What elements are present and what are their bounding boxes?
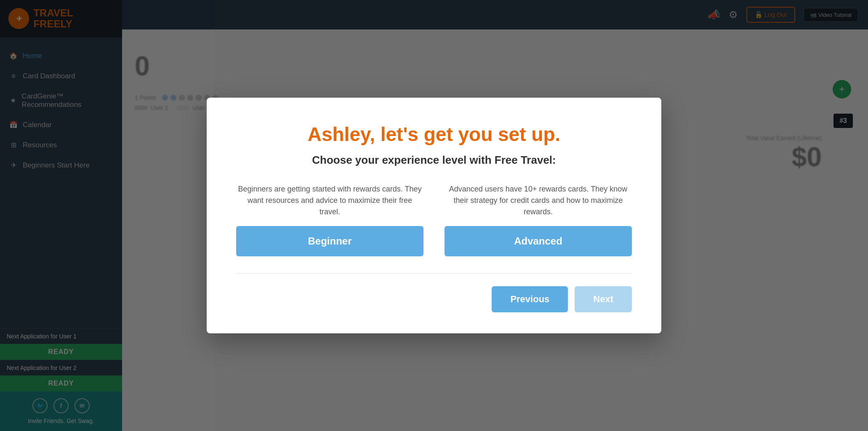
previous-button[interactable]: Previous bbox=[492, 286, 568, 312]
beginner-description: Beginners are getting started with rewar… bbox=[236, 184, 423, 218]
modal-title: Ashley, let's get you set up. bbox=[236, 123, 632, 146]
modal-footer: Previous Next bbox=[236, 286, 632, 312]
advanced-description: Advanced users have 10+ rewards cards. T… bbox=[445, 184, 632, 218]
next-button[interactable]: Next bbox=[575, 286, 632, 312]
advanced-option: Advanced users have 10+ rewards cards. T… bbox=[445, 184, 632, 256]
modal-subtitle: Choose your experience level with Free T… bbox=[236, 154, 632, 167]
modal-overlay: Ashley, let's get you set up. Choose you… bbox=[0, 0, 868, 431]
beginner-option: Beginners are getting started with rewar… bbox=[236, 184, 423, 256]
beginner-button[interactable]: Beginner bbox=[236, 226, 423, 256]
modal-options: Beginners are getting started with rewar… bbox=[236, 184, 632, 256]
advanced-button[interactable]: Advanced bbox=[445, 226, 632, 256]
modal-divider bbox=[236, 273, 632, 274]
setup-modal: Ashley, let's get you set up. Choose you… bbox=[207, 98, 661, 333]
